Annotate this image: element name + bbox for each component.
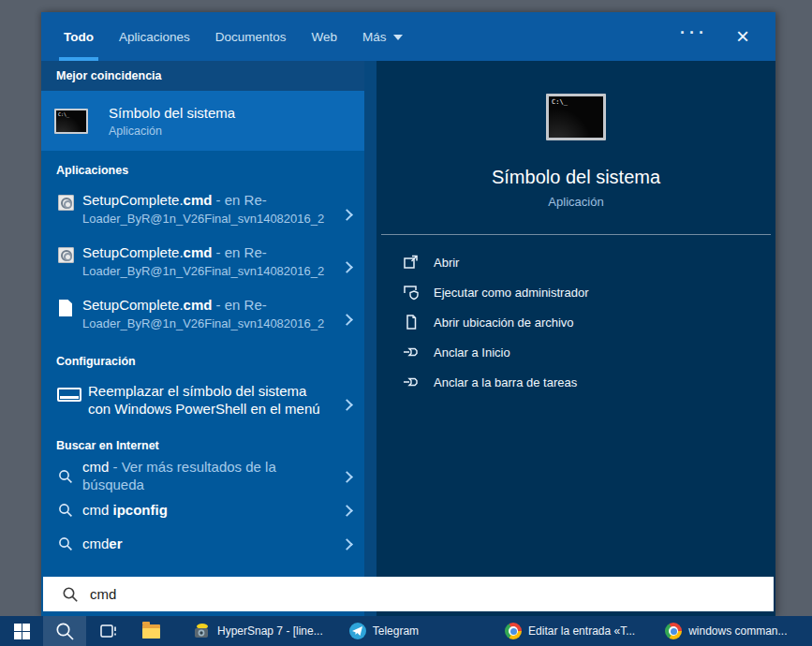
taskbar-app-label: Telegram — [373, 624, 419, 638]
tab-web[interactable]: Web — [312, 12, 338, 61]
web-query: cmd — [82, 536, 109, 551]
chrome-icon — [505, 623, 522, 639]
taskbar-search-button[interactable] — [43, 616, 86, 646]
best-match-subtitle: Aplicación — [109, 125, 235, 138]
settings-result[interactable]: Reemplazar el símbolo del sistema con Wi… — [41, 375, 364, 426]
taskbar-app-label: HyperSnap 7 - [line... — [217, 624, 323, 638]
preview-pane: C:\_ Símbolo del sistema Aplicación Abri… — [376, 61, 775, 616]
task-view-button[interactable] — [86, 616, 129, 646]
result-path: Loader_ByR@1n_V26Final_svn14082016_2 — [82, 316, 337, 332]
windows-logo-icon — [14, 624, 30, 639]
folder-icon — [142, 624, 160, 639]
taskbar-app-chrome-1[interactable]: Editar la entrada «T... — [496, 616, 643, 646]
preview-divider — [381, 234, 771, 235]
best-match-header: Mejor coincidencia — [56, 69, 162, 82]
action-pin-to-start[interactable]: Anclar a Inicio — [376, 337, 775, 367]
tab-documentos-label: Documentos — [215, 30, 287, 44]
admin-shield-icon — [402, 284, 420, 301]
taskbar-app-hypersnap[interactable]: HyperSnap 7 - [line... — [184, 616, 332, 646]
result-name: SetupComplete. — [82, 244, 184, 260]
action-open[interactable]: Abrir — [376, 247, 775, 277]
chevron-right-icon[interactable] — [341, 399, 353, 411]
web-result-2[interactable]: cmd ipconfig — [41, 493, 364, 527]
web-query: cmd — [82, 502, 113, 518]
task-view-icon — [98, 623, 117, 639]
section-settings-header: Configuración — [41, 342, 364, 375]
preview-actions: Abrir Ejecutar como administrador Abrir … — [376, 247, 775, 397]
web-query: cmd — [82, 459, 109, 475]
close-icon[interactable]: × — [736, 25, 749, 48]
result-name-bold: cmd — [184, 192, 213, 208]
search-icon — [55, 622, 75, 641]
search-input[interactable] — [90, 586, 774, 602]
action-label: Abrir ubicación de archivo — [434, 316, 574, 330]
app-result-2[interactable]: SetupComplete.cmd - en Re- Loader_ByR@1n… — [41, 237, 364, 289]
taskbar-app-label: windows comman... — [688, 624, 787, 638]
search-icon — [58, 503, 73, 518]
preview-title: Símbolo del sistema — [492, 167, 660, 188]
preview-subtitle: Aplicación — [548, 195, 603, 209]
overflow-menu-icon[interactable]: ··· — [680, 28, 708, 45]
action-label: Anclar a Inicio — [434, 345, 510, 360]
chevron-right-icon[interactable] — [341, 538, 353, 551]
tab-web-label: Web — [312, 30, 338, 44]
taskbar-app-chrome-2[interactable]: windows comman... — [657, 616, 795, 646]
tab-aplicaciones[interactable]: Aplicaciones — [119, 12, 190, 61]
chevron-right-icon[interactable] — [341, 261, 353, 273]
settings-line2: con Windows PowerShell en el menú — [88, 401, 337, 418]
result-name-bold: cmd — [184, 297, 213, 313]
search-flyout: Todo Aplicaciones Documentos Web Más ···… — [41, 12, 775, 616]
chevron-right-icon[interactable] — [341, 314, 353, 326]
taskbar-app-telegram[interactable]: Telegram — [341, 616, 427, 646]
start-button[interactable] — [0, 616, 43, 646]
tab-mas-label: Más — [362, 30, 387, 44]
search-box[interactable] — [43, 577, 774, 611]
telegram-icon — [349, 623, 366, 639]
file-explorer-button[interactable] — [129, 616, 172, 646]
chevron-down-icon — [393, 35, 403, 40]
best-match-title: Símbolo del sistema — [109, 105, 235, 121]
chevron-right-icon[interactable] — [341, 209, 353, 221]
search-icon — [58, 536, 73, 551]
settings-line1: Reemplazar el símbolo del sistema — [88, 383, 337, 401]
cmd-prompt-glyph: C:\_ — [58, 111, 69, 117]
result-path: Loader_ByR@1n_V26Final_svn14082016_2 — [82, 264, 337, 280]
section-web-header: Buscar en Internet — [41, 426, 364, 460]
web-result-3[interactable]: cmder — [41, 527, 364, 561]
app-result-3[interactable]: SetupComplete.cmd - en Re- Loader_ByR@1n… — [41, 289, 364, 342]
web-result-1[interactable]: cmd - Ver más resultados de la búsqueda — [41, 460, 364, 493]
result-name-bold: cmd — [184, 244, 213, 260]
cmd-app-icon: C:\_ — [54, 109, 88, 134]
pin-icon — [402, 374, 420, 391]
open-external-icon — [402, 254, 420, 272]
pin-icon — [402, 344, 420, 361]
result-name: SetupComplete. — [82, 297, 184, 313]
best-match-result[interactable]: C:\_ Símbolo del sistema Aplicación — [41, 91, 364, 151]
action-label: Abrir — [434, 256, 459, 270]
taskbar: HyperSnap 7 - [line... Telegram Editar l… — [0, 616, 812, 646]
result-suffix: - en Re- — [212, 297, 266, 313]
search-filter-tabs: Todo Aplicaciones Documentos Web Más ···… — [41, 12, 775, 61]
results-list: Mejor coincidencia C:\_ Símbolo del sist… — [41, 61, 364, 616]
action-label: Ejecutar como administrador — [434, 286, 588, 300]
batch-file-gears-icon — [58, 195, 74, 211]
tab-documentos[interactable]: Documentos — [215, 12, 287, 61]
search-icon — [62, 586, 79, 603]
document-icon — [59, 300, 72, 316]
action-open-file-location[interactable]: Abrir ubicación de archivo — [376, 307, 775, 337]
chrome-icon — [665, 623, 682, 639]
result-suffix: - en Re- — [212, 244, 266, 260]
action-pin-to-taskbar[interactable]: Anclar a la barra de tareas — [376, 367, 775, 397]
chevron-right-icon[interactable] — [341, 471, 353, 483]
batch-file-gears-icon — [58, 247, 74, 263]
tab-todo[interactable]: Todo — [64, 12, 94, 61]
panel-divider — [364, 61, 376, 616]
chevron-right-icon[interactable] — [341, 505, 353, 517]
tab-mas[interactable]: Más — [362, 12, 403, 61]
action-run-as-admin[interactable]: Ejecutar como administrador — [376, 277, 775, 307]
app-result-1[interactable]: SetupComplete.cmd - en Re- Loader_ByR@1n… — [41, 184, 364, 237]
cmd-app-icon-large: C:\_ — [546, 94, 606, 140]
action-label: Anclar a la barra de tareas — [434, 375, 577, 389]
result-name: SetupComplete. — [82, 192, 184, 208]
tab-todo-label: Todo — [64, 30, 94, 44]
